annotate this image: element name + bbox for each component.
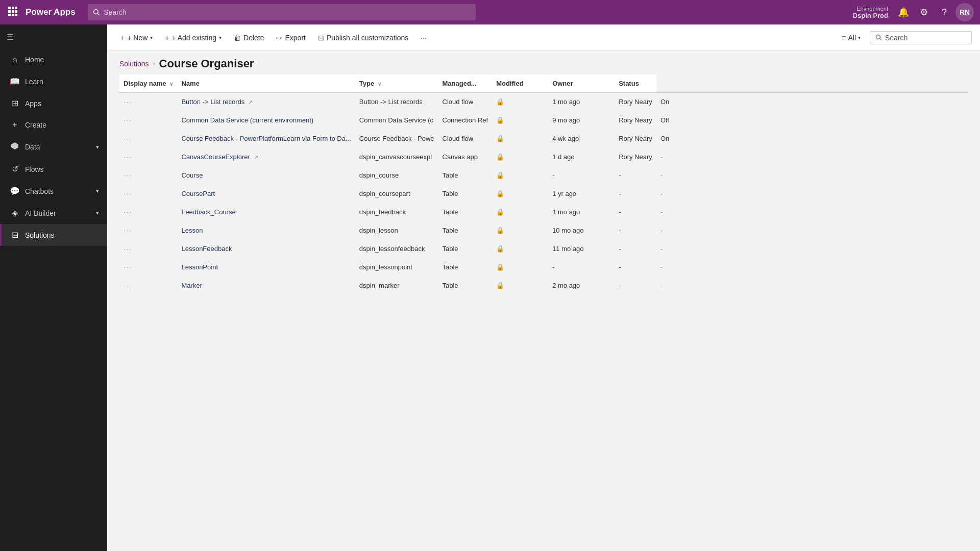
cell-managed: 🔒 [492, 148, 548, 166]
row-actions-menu[interactable]: ··· [124, 135, 132, 142]
cell-display-name[interactable]: Common Data Service (current environment… [177, 111, 355, 130]
table-search-box[interactable]: Search [870, 31, 972, 44]
sidebar-item-label: Apps [25, 99, 41, 108]
sidebar-item-label: Data [25, 143, 40, 151]
sidebar-item-data[interactable]: Data ▾ [0, 136, 107, 158]
cell-managed: 🔒 [492, 166, 548, 185]
sort-icon: ∨ [169, 81, 173, 87]
global-search-box[interactable] [88, 4, 476, 20]
sidebar-item-label: Chatbots [25, 187, 54, 195]
publish-all-label: Publish all customizations [327, 34, 408, 42]
help-button[interactable]: ? [935, 3, 953, 21]
sidebar-item-chatbots[interactable]: 💬 Chatbots ▾ [0, 180, 107, 202]
new-button[interactable]: + + New ▾ [115, 31, 158, 45]
row-actions-menu[interactable]: ··· [124, 227, 132, 234]
add-existing-button[interactable]: + + Add existing ▾ [160, 31, 227, 45]
cell-type: Table [438, 166, 493, 185]
svg-line-10 [97, 13, 99, 15]
breadcrumb-parent-link[interactable]: Solutions [119, 60, 149, 68]
cell-display-name[interactable]: Course Feedback - PowerPlatformLearn via… [177, 130, 355, 148]
cell-name: dspin_marker [355, 277, 438, 295]
environment-name: Dspin Prod [853, 12, 888, 19]
cell-modified: 1 yr ago [548, 185, 615, 203]
cell-status: - [656, 258, 968, 277]
export-button[interactable]: ↦ Export [271, 31, 310, 45]
cell-managed: 🔒 [492, 203, 548, 221]
cell-display-name[interactable]: CanvasCourseExplorer ↗ [177, 148, 355, 166]
sidebar-item-label: AI Builder [25, 209, 56, 217]
col-owner-label: Owner [552, 80, 573, 87]
sidebar-item-label: Flows [25, 165, 44, 173]
sidebar-item-home[interactable]: ⌂ Home [0, 49, 107, 70]
row-actions-menu[interactable]: ··· [124, 245, 132, 253]
cell-owner: Rory Neary [615, 148, 656, 166]
svg-point-12 [876, 35, 880, 39]
lock-icon: 🔒 [496, 263, 504, 271]
cell-display-name[interactable]: LessonFeedback [177, 240, 355, 258]
col-display-name[interactable]: Display name ∨ [119, 74, 177, 93]
cell-managed: 🔒 [492, 111, 548, 130]
global-search-input[interactable] [104, 8, 470, 16]
col-modified: Modified [492, 74, 548, 93]
sidebar-item-learn[interactable]: 📖 Learn [0, 70, 107, 92]
delete-label: Delete [243, 34, 264, 42]
cell-display-name[interactable]: Button -> List records ↗ [177, 93, 355, 111]
cell-display-name[interactable]: LessonPoint [177, 258, 355, 277]
toolbar-right: ≡ All ▾ Search [837, 31, 972, 44]
cell-name: dspin_canvascourseexpl [355, 148, 438, 166]
cell-modified: 1 mo ago [548, 93, 615, 111]
row-actions-menu[interactable]: ··· [124, 282, 132, 289]
col-status-label: Status [619, 80, 639, 87]
sidebar-item-aibuilder[interactable]: ◈ AI Builder ▾ [0, 202, 107, 224]
cell-display-name[interactable]: Course [177, 166, 355, 185]
sidebar-item-apps[interactable]: ⊞ Apps [0, 92, 107, 114]
cell-status: - [656, 185, 968, 203]
cell-status: Off [656, 111, 968, 130]
sidebar-item-create[interactable]: + Create [0, 114, 107, 136]
lock-icon: 🔒 [496, 208, 504, 216]
cell-status: - [656, 166, 968, 185]
user-avatar[interactable]: RN [955, 3, 974, 21]
cell-name: Course Feedback - Powe [355, 130, 438, 148]
cell-owner: - [615, 277, 656, 295]
settings-button[interactable]: ⚙ [915, 3, 933, 21]
cell-display-name[interactable]: Marker [177, 277, 355, 295]
notifications-button[interactable]: 🔔 [894, 3, 913, 21]
sidebar-item-flows[interactable]: ↺ Flows [0, 158, 107, 180]
row-actions-menu[interactable]: ··· [124, 208, 132, 216]
cell-name: dspin_lessonpoint [355, 258, 438, 277]
sidebar-item-solutions[interactable]: ⊟ Solutions [0, 224, 107, 246]
lock-icon: 🔒 [496, 98, 504, 106]
cell-owner: - [615, 221, 656, 240]
row-actions-menu[interactable]: ··· [124, 171, 132, 179]
cell-name: dspin_lesson [355, 221, 438, 240]
cell-display-name[interactable]: Feedback_Course [177, 203, 355, 221]
cell-status: On [656, 130, 968, 148]
breadcrumb-separator: › [153, 60, 155, 67]
publish-all-button[interactable]: ⊡ Publish all customizations [313, 31, 413, 45]
table-row: ···LessonPointdspin_lessonpointTable🔒--- [119, 258, 968, 277]
cell-managed: 🔒 [492, 185, 548, 203]
svg-rect-2 [15, 7, 17, 9]
external-link-icon[interactable]: ↗ [247, 99, 253, 105]
row-actions-menu[interactable]: ··· [124, 98, 132, 106]
table-header: Display name ∨ Name Type ∨ Managed... [119, 74, 968, 93]
chatbots-icon: 💬 [10, 186, 20, 196]
svg-rect-7 [12, 14, 14, 16]
delete-button[interactable]: 🗑 Delete [229, 31, 269, 45]
cell-display-name[interactable]: Lesson [177, 221, 355, 240]
row-actions-menu[interactable]: ··· [124, 263, 132, 271]
cell-display-name[interactable]: CoursePart [177, 185, 355, 203]
row-actions-menu[interactable]: ··· [124, 153, 132, 161]
external-link-icon[interactable]: ↗ [252, 154, 258, 160]
row-actions-menu[interactable]: ··· [124, 116, 132, 124]
col-owner: Owner [548, 74, 615, 93]
row-actions-menu[interactable]: ··· [124, 190, 132, 197]
filter-all-button[interactable]: ≡ All ▾ [837, 31, 866, 44]
cell-status: - [656, 203, 968, 221]
waffle-menu-button[interactable] [6, 5, 19, 20]
svg-rect-4 [12, 10, 14, 13]
col-type[interactable]: Type ∨ [355, 74, 438, 93]
more-button[interactable]: ··· [415, 31, 432, 45]
sidebar-collapse-button[interactable]: ☰ [0, 24, 20, 49]
